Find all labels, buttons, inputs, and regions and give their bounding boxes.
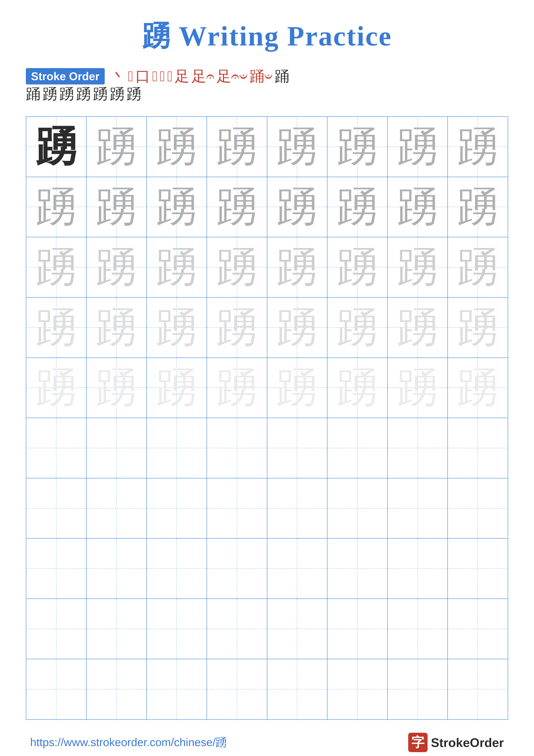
grid-cell-5-0[interactable] (26, 418, 87, 478)
cell-char-1-1: 踴 (96, 186, 137, 228)
grid-cell-0-2[interactable]: 踴 (147, 117, 207, 177)
grid-cell-0-6[interactable]: 踴 (388, 117, 448, 177)
grid-cell-3-7[interactable]: 踴 (448, 298, 508, 358)
stroke-13: 踴 (43, 87, 57, 101)
grid-cell-7-1[interactable] (87, 539, 147, 599)
grid-cell-2-7[interactable]: 踴 (448, 237, 508, 298)
grid-cell-0-7[interactable]: 踴 (448, 117, 508, 177)
grid-cell-8-6[interactable] (388, 599, 448, 659)
grid-cell-1-2[interactable]: 踴 (147, 177, 207, 237)
grid-cell-7-2[interactable] (147, 539, 207, 599)
grid-cell-1-5[interactable]: 踴 (327, 177, 388, 237)
grid-cell-6-6[interactable] (388, 478, 448, 539)
grid-cell-8-2[interactable] (147, 599, 207, 659)
grid-cell-7-7[interactable] (448, 539, 508, 599)
grid-cell-9-4[interactable] (267, 659, 328, 719)
grid-cell-3-4[interactable]: 踴 (267, 298, 328, 358)
grid-cell-3-3[interactable]: 踴 (207, 298, 267, 358)
grid-cell-8-3[interactable] (207, 599, 267, 659)
grid-cell-4-6[interactable]: 踴 (388, 358, 448, 418)
cell-char-1-4: 踴 (277, 186, 318, 228)
grid-cell-1-3[interactable]: 踴 (207, 177, 267, 237)
grid-cell-2-1[interactable]: 踴 (87, 237, 147, 298)
cell-char-2-1: 踴 (96, 247, 137, 288)
stroke-16: 踴 (93, 87, 108, 101)
cell-char-3-2: 踴 (156, 307, 197, 348)
footer-logo-icon: 字 (408, 733, 428, 752)
grid-cell-8-7[interactable] (448, 599, 508, 659)
grid-cell-3-5[interactable]: 踴 (327, 298, 388, 358)
cell-char-0-1: 踴 (96, 126, 137, 167)
grid-cell-4-4[interactable]: 踴 (267, 358, 328, 418)
grid-row-3: 踴踴踴踴踴踴踴踴 (26, 298, 508, 358)
grid-cell-0-5[interactable]: 踴 (327, 117, 388, 177)
grid-cell-0-0[interactable]: 踴 (26, 117, 87, 177)
grid-cell-6-0[interactable] (26, 478, 87, 539)
grid-cell-6-4[interactable] (267, 478, 328, 539)
grid-cell-0-4[interactable]: 踴 (267, 117, 328, 177)
grid-cell-6-7[interactable] (448, 478, 508, 539)
grid-cell-3-0[interactable]: 踴 (26, 298, 87, 358)
grid-cell-1-4[interactable]: 踴 (267, 177, 328, 237)
grid-cell-5-3[interactable] (207, 418, 267, 478)
grid-cell-9-3[interactable] (207, 659, 267, 719)
grid-cell-7-0[interactable] (26, 539, 87, 599)
grid-cell-5-6[interactable] (388, 418, 448, 478)
practice-grid: 踴踴踴踴踴踴踴踴踴踴踴踴踴踴踴踴踴踴踴踴踴踴踴踴踴踴踴踴踴踴踴踴踴踴踴踴踴踴踴踴 (26, 116, 508, 720)
grid-cell-7-3[interactable] (207, 539, 267, 599)
grid-cell-0-3[interactable]: 踴 (207, 117, 267, 177)
grid-cell-1-0[interactable]: 踴 (26, 177, 87, 237)
grid-cell-8-0[interactable] (26, 599, 87, 659)
grid-cell-4-3[interactable]: 踴 (207, 358, 267, 418)
grid-cell-8-4[interactable] (267, 599, 328, 659)
grid-cell-5-2[interactable] (147, 418, 207, 478)
grid-cell-3-1[interactable]: 踴 (87, 298, 147, 358)
footer-logo-char: 字 (411, 734, 424, 751)
grid-cell-8-5[interactable] (327, 599, 388, 659)
grid-cell-4-5[interactable]: 踴 (327, 358, 388, 418)
grid-cell-2-0[interactable]: 踴 (26, 237, 87, 298)
footer-url: https://www.strokeorder.com/chinese/踴 (30, 735, 227, 750)
grid-cell-9-5[interactable] (327, 659, 388, 719)
grid-cell-7-4[interactable] (267, 539, 328, 599)
cell-char-4-5: 踴 (337, 367, 378, 408)
grid-cell-4-7[interactable]: 踴 (448, 358, 508, 418)
grid-cell-4-0[interactable]: 踴 (26, 358, 87, 418)
stroke-2: 𠃌 (128, 69, 133, 84)
grid-cell-6-1[interactable] (87, 478, 147, 539)
grid-cell-1-7[interactable]: 踴 (448, 177, 508, 237)
grid-cell-6-2[interactable] (147, 478, 207, 539)
grid-cell-2-6[interactable]: 踴 (388, 237, 448, 298)
grid-cell-5-5[interactable] (327, 418, 388, 478)
grid-row-6 (26, 478, 508, 539)
grid-cell-9-1[interactable] (87, 659, 147, 719)
grid-cell-5-7[interactable] (448, 418, 508, 478)
grid-cell-9-6[interactable] (388, 659, 448, 719)
cell-char-2-0: 踴 (36, 247, 77, 288)
grid-cell-1-1[interactable]: 踴 (87, 177, 147, 237)
grid-cell-8-1[interactable] (87, 599, 147, 659)
grid-cell-4-2[interactable]: 踴 (147, 358, 207, 418)
grid-cell-0-1[interactable]: 踴 (87, 117, 147, 177)
grid-cell-5-1[interactable] (87, 418, 147, 478)
grid-cell-7-6[interactable] (388, 539, 448, 599)
title-text: Writing Practice (171, 20, 392, 51)
grid-cell-6-5[interactable] (327, 478, 388, 539)
grid-cell-4-1[interactable]: 踴 (87, 358, 147, 418)
grid-cell-9-0[interactable] (26, 659, 87, 719)
grid-cell-2-4[interactable]: 踴 (267, 237, 328, 298)
grid-cell-2-5[interactable]: 踴 (327, 237, 388, 298)
grid-cell-3-2[interactable]: 踴 (147, 298, 207, 358)
grid-cell-5-4[interactable] (267, 418, 328, 478)
grid-cell-2-3[interactable]: 踴 (207, 237, 267, 298)
grid-cell-1-6[interactable]: 踴 (388, 177, 448, 237)
grid-cell-9-2[interactable] (147, 659, 207, 719)
stroke-5: 𠃊 (160, 69, 165, 84)
grid-cell-7-5[interactable] (327, 539, 388, 599)
grid-cell-6-3[interactable] (207, 478, 267, 539)
stroke-18: 踴 (127, 87, 141, 101)
stroke-14: 踴 (60, 87, 74, 101)
grid-cell-2-2[interactable]: 踴 (147, 237, 207, 298)
grid-cell-3-6[interactable]: 踴 (388, 298, 448, 358)
grid-cell-9-7[interactable] (448, 659, 508, 719)
